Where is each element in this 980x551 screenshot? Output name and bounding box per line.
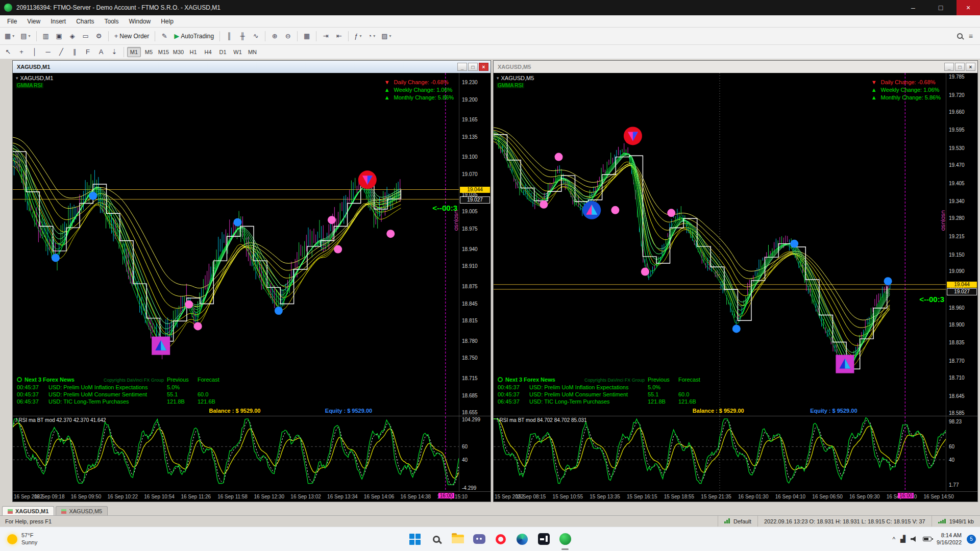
chart-titlebar[interactable]: XAGUSD,M1 _ □ × (13, 61, 491, 73)
trendline-tool[interactable]: ╱ (55, 46, 67, 58)
edge-icon[interactable] (515, 532, 529, 546)
menu-view[interactable]: View (22, 16, 45, 27)
tile-windows-button[interactable]: ▦ (301, 30, 313, 42)
dropdown-arrow-icon[interactable]: ▾ (373, 34, 375, 38)
equidistant-channel-tool[interactable]: ∥ (68, 46, 81, 58)
volume-icon[interactable] (911, 536, 918, 542)
indicators-button[interactable]: ƒ▾ (352, 30, 364, 42)
timeframe-mn-button[interactable]: MN (246, 47, 259, 57)
rsi-indicator-pane[interactable]: ! RSI ma BT mod 42.370 42.370 41.642 (13, 416, 459, 491)
text-tool[interactable]: A (95, 46, 107, 58)
chart-shift-button[interactable]: ⇤ (333, 30, 345, 42)
rsi-scale[interactable]: 98.2360401.77 (946, 416, 977, 491)
status-profile[interactable]: Default (718, 516, 757, 527)
chat-icon[interactable] (472, 532, 486, 546)
zoom-in-button[interactable]: ⊕ (268, 30, 281, 42)
dropdown-arrow-icon[interactable]: ▾ (29, 34, 31, 38)
timeframe-m1-button[interactable]: M1 (127, 47, 141, 57)
menu-file[interactable]: File (2, 16, 22, 27)
periods-button[interactable]: ◔▾ (365, 30, 378, 42)
file-explorer-icon[interactable] (451, 532, 465, 546)
chart-minimize-button[interactable]: _ (944, 63, 954, 71)
new-chart-button[interactable]: ▦▾ (2, 30, 17, 42)
terminal-button[interactable]: ▭ (80, 30, 92, 42)
bar-chart-button[interactable]: ║ (223, 30, 235, 42)
chart-close-button[interactable]: × (479, 63, 488, 71)
maximize-button[interactable]: □ (929, 0, 952, 15)
profiles-button[interactable]: ▤▾ (18, 30, 33, 42)
collapse-arrow-icon[interactable]: ▾ (16, 76, 18, 81)
horizontal-line-tool[interactable]: ─ (42, 46, 54, 58)
taskbar-clock[interactable]: 8:14 AM 9/16/2022 (937, 532, 962, 546)
menu-window[interactable]: Window (124, 16, 156, 27)
tab-xagusd-m5[interactable]: XAGUSD,M5 (56, 506, 108, 515)
market-watch-button[interactable]: ▥ (40, 30, 52, 42)
start-icon[interactable] (408, 532, 422, 546)
price-scale[interactable]: 19.23019.20019.16519.13519.10019.07019.0… (459, 73, 491, 416)
rsi-scale[interactable]: 104.2996040-4.299 (459, 416, 491, 491)
metatrader-icon[interactable] (558, 532, 572, 546)
notification-badge[interactable]: 5 (967, 535, 976, 544)
search-icon[interactable] (429, 532, 444, 546)
collapse-arrow-icon[interactable]: ▾ (497, 76, 499, 81)
timeframe-m30-button[interactable]: M30 (172, 47, 185, 57)
chart-minimize-button[interactable]: _ (457, 63, 467, 71)
chart-restore-button[interactable]: □ (955, 63, 965, 71)
app-titlebar[interactable]: 2091136394: FTMO-Server - Demo Account -… (0, 0, 980, 15)
crosshair-tool[interactable]: + (15, 46, 28, 58)
time-axis[interactable]: 16 Sep 202216 Sep 09:1816 Sep 09:5016 Se… (13, 491, 491, 502)
dot-signal-marker (790, 240, 798, 248)
rsi-indicator-pane[interactable]: ! RSI ma BT mod 84.702 84.702 85.031 (494, 416, 946, 491)
price-chart-area[interactable]: ▾ XAGUSD,M1 GMMA RSI ▼Daily Change: -0.6… (13, 73, 459, 416)
fibonacci-tool[interactable]: F (82, 46, 94, 58)
candlestick-button[interactable]: ╫ (236, 30, 249, 42)
taskbar[interactable]: 57°F Sunny ^ ▟ 8:14 AM 9/16/2022 5 (0, 527, 980, 551)
minimize-button[interactable]: – (901, 0, 925, 15)
new-order-button[interactable]: +New Order (112, 30, 152, 42)
close-button[interactable]: × (957, 0, 980, 15)
timeframe-h4-button[interactable]: H4 (201, 47, 215, 57)
chart-close-button[interactable]: × (966, 63, 975, 71)
weather-widget[interactable]: 57°F Sunny (0, 532, 44, 545)
arrows-tool[interactable]: ⇣ (108, 46, 120, 58)
price-scale[interactable]: 19.78519.72019.66019.59519.53019.47019.4… (946, 73, 977, 416)
menu-insert[interactable]: Insert (45, 16, 71, 27)
dropdown-arrow-icon[interactable]: ▾ (359, 34, 361, 38)
chart-window-xagusd-m1[interactable]: XAGUSD,M1 _ □ × ▾ XAGUSD,M1 GMMA RSI ▼Da… (12, 60, 491, 502)
metaeditor-button[interactable]: ✎ (158, 30, 170, 42)
line-chart-button[interactable]: ∿ (250, 30, 262, 42)
vertical-line-tool[interactable]: │ (29, 46, 41, 58)
hidden-icons-chevron[interactable]: ^ (892, 536, 895, 543)
system-tray[interactable]: ^ ▟ 8:14 AM 9/16/2022 5 (892, 532, 980, 546)
timeframe-w1-button[interactable]: W1 (231, 47, 244, 57)
battery-icon[interactable] (923, 537, 932, 541)
timeframe-m15-button[interactable]: M15 (157, 47, 170, 57)
timeframe-d1-button[interactable]: D1 (216, 47, 230, 57)
timeframe-h1-button[interactable]: H1 (186, 47, 200, 57)
menu-tools[interactable]: Tools (100, 16, 124, 27)
toolbar-menu-icon[interactable]: ≡ (969, 32, 973, 40)
auto-scroll-button[interactable]: ⇥ (320, 30, 332, 42)
templates-button[interactable]: ▨▾ (379, 30, 394, 42)
time-axis[interactable]: 15 Sep 202215 Sep 08:1515 Sep 10:5515 Se… (494, 491, 977, 502)
zoom-out-button[interactable]: ⊖ (282, 30, 294, 42)
search-icon[interactable] (957, 33, 963, 39)
chart-restore-button[interactable]: □ (468, 63, 478, 71)
chart-window-xagusd-m5[interactable]: XAGUSD,M5 _ □ × ▾ XAGUSD,M5 GMMA RSI ▼Da… (493, 60, 978, 502)
autotrading-button[interactable]: ▶AutoTrading (172, 30, 216, 42)
strategy-tester-button[interactable]: ⚙ (93, 30, 105, 42)
chart-titlebar[interactable]: XAGUSD,M5 _ □ × (494, 61, 977, 73)
cursor-tool[interactable]: ↖ (2, 46, 14, 58)
opera-icon[interactable] (494, 532, 508, 546)
tradingview-icon[interactable] (536, 532, 551, 546)
navigator-button[interactable]: ◈ (66, 30, 79, 42)
menu-charts[interactable]: Charts (71, 16, 99, 27)
dropdown-arrow-icon[interactable]: ▾ (389, 34, 391, 38)
price-chart-area[interactable]: ▾ XAGUSD,M5 GMMA RSI ▼Daily Change: -0.6… (494, 73, 946, 416)
menu-help[interactable]: Help (156, 16, 179, 27)
timeframe-m5-button[interactable]: M5 (142, 47, 156, 57)
network-icon[interactable]: ▟ (900, 535, 905, 543)
data-window-button[interactable]: ▣ (53, 30, 65, 42)
dropdown-arrow-icon[interactable]: ▾ (12, 34, 14, 38)
tab-xagusd-m1[interactable]: XAGUSD,M1 (2, 506, 54, 515)
